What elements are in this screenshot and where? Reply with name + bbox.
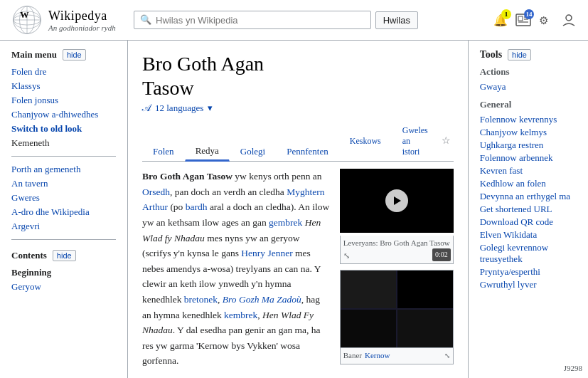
play-button[interactable] — [385, 189, 408, 212]
svg-text:W: W — [20, 10, 29, 20]
tabs-bar: Folen Redya Golegi Pennfenten Keskows Gw… — [142, 120, 454, 162]
footer-id: J9298 — [564, 364, 582, 372]
flag-q1 — [341, 271, 396, 308]
flag-q3 — [341, 310, 396, 347]
tools-general-heading: General — [480, 99, 577, 110]
sidebar-item-folen-dre[interactable]: Folen dre — [11, 65, 116, 79]
tools-link-kevren-fast[interactable]: Kevren fast — [480, 164, 577, 177]
tab-redya[interactable]: Redya — [185, 140, 230, 162]
tab-pennfenten[interactable]: Pennfenten — [276, 141, 338, 162]
tab-golegi[interactable]: Golegi — [230, 141, 276, 162]
gembrek-link[interactable]: gembrek — [269, 217, 302, 228]
article-body: 0:02 Leveryans: Bro Goth Agan Tasow ⤡ — [142, 169, 454, 369]
flag-box — [340, 270, 454, 348]
translate-icon: 𝒜 — [142, 103, 151, 114]
bretonek-link[interactable]: bretonek — [184, 294, 218, 305]
tools-panel: Tools hide Actions Gwaya General Folenno… — [468, 41, 588, 378]
main-layout: Main menu hide Folen dre Klassys Folen j… — [0, 41, 588, 378]
sidebar-divider-2 — [11, 239, 116, 240]
search-button[interactable]: Hwilas — [375, 11, 418, 29]
search-icon: 🔍 — [140, 14, 151, 26]
tab-keskows[interactable]: Keskows — [339, 131, 392, 151]
bardh-link[interactable]: bardh — [186, 201, 208, 212]
site-name: Wikipedya — [48, 9, 116, 23]
image-caption: Baner Kernow ⤡ — [340, 348, 454, 364]
sidebar-item-adro[interactable]: A-dro dhe Wikipedia — [11, 205, 116, 219]
video-wrapper: 0:02 Leveryans: Bro Goth Agan Tasow ⤡ — [340, 169, 454, 264]
watchlist-icon[interactable]: 14 — [515, 12, 531, 28]
logo-text: Wikipedya An godhoniador rydh — [48, 9, 116, 32]
tools-actions-heading: Actions — [480, 66, 577, 78]
image-caption-text: Baner — [343, 350, 362, 362]
orsedh-link[interactable]: Orsedh — [142, 187, 170, 197]
sidebar-item-kemeneth[interactable]: Kemeneth — [11, 136, 116, 150]
main-menu-label: Main menu — [11, 49, 57, 61]
wikipedia-logo: W — [11, 4, 43, 36]
sidebar-item-gweres[interactable]: Gweres — [11, 191, 116, 205]
tools-link-gwaya[interactable]: Gwaya — [480, 80, 577, 93]
notification-icon[interactable]: 🔔 1 — [493, 12, 508, 28]
svg-text:⚙: ⚙ — [539, 15, 548, 26]
header-icons: 🔔 1 14 ⚙ — [493, 12, 577, 28]
user-icon[interactable] — [561, 12, 577, 28]
settings-icon[interactable]: ⚙ — [538, 12, 554, 28]
star-icon[interactable]: ☆ — [439, 130, 454, 151]
tab-folen[interactable]: Folen — [142, 141, 185, 162]
sidebar-item-folen-jonsus[interactable]: Folen jonsus — [11, 93, 116, 107]
sidebar-item-argevri[interactable]: Argevri — [11, 219, 116, 233]
sidebar-item-switch-old-look[interactable]: Switch to old look — [11, 122, 116, 136]
media-container: 0:02 Leveryans: Bro Goth Agan Tasow ⤡ — [340, 169, 454, 364]
watchlist-badge: 14 — [524, 9, 534, 19]
tools-link-gwruthyl[interactable]: Gwruthyl lyver — [480, 278, 577, 291]
tools-link-download-qr[interactable]: Download QR code — [480, 216, 577, 229]
tab-secondary-area: Keskows Gweles an istori ☆ — [339, 120, 454, 161]
logo-area: W Wikipedya An godhoniador rydh — [11, 4, 125, 36]
tools-link-pryntya[interactable]: Pryntya/esperthi — [480, 266, 577, 278]
tools-link-folennow-kevrennys[interactable]: Folennow kevrennys — [480, 113, 577, 126]
svg-point-14 — [566, 15, 572, 21]
flag-q4 — [397, 310, 453, 347]
sidebar-divider-1 — [11, 156, 116, 157]
tools-hide-button[interactable]: hide — [508, 49, 531, 61]
sidebar-item-porth[interactable]: Porth an gemeneth — [11, 162, 116, 177]
article-bold-title: Bro Goth Agan Tasow — [142, 171, 232, 182]
lang-count: 12 languages — [155, 103, 203, 114]
video-duration: 0:02 — [432, 248, 451, 261]
kembrek-link[interactable]: kembrek — [224, 310, 257, 320]
tools-link-folennow-arbennek[interactable]: Folennow arbennek — [480, 152, 577, 164]
sidebar-item-klassys[interactable]: Klassys — [11, 79, 116, 93]
main-content: Bro Goth Agan Tasow 𝒜 12 languages ▾ Fol… — [128, 41, 468, 378]
search-input[interactable] — [156, 15, 365, 26]
main-menu-hide-button[interactable]: hide — [63, 49, 86, 61]
henry-link[interactable]: Henry Jenner — [241, 248, 292, 258]
page-header: W Wikipedya An godhoniador rydh 🔍 Hwilas… — [0, 0, 588, 41]
tools-link-elven-wikidata[interactable]: Elven Wikidata — [480, 229, 577, 241]
video-box[interactable]: 0:02 — [340, 169, 454, 233]
contents-section: Contents hide — [11, 250, 116, 261]
flag-image: Baner Kernow ⤡ — [340, 270, 454, 364]
expand-image-icon[interactable]: ⤡ — [444, 350, 450, 362]
sidebar-item-chanjyow[interactable]: Chanjyow a-dhiwedhes — [11, 107, 116, 122]
tools-link-devynna[interactable]: Devynna an erthygel ma — [480, 190, 577, 203]
tools-link-golegi-kevrennow[interactable]: Golegi kevrennow treusyethek — [480, 241, 577, 266]
sidebar-item-geryow[interactable]: Geryow — [11, 280, 116, 294]
sidebar-item-tavern[interactable]: An tavern — [11, 177, 116, 191]
tools-header: Tools hide — [480, 49, 577, 61]
svg-rect-9 — [518, 16, 523, 21]
main-menu-section: Main menu hide — [11, 49, 116, 61]
bro-gozh-link: Bro Gozh Ma Zadoù — [223, 294, 301, 305]
tools-link-kedhlow[interactable]: Kedhlow an folen — [480, 177, 577, 190]
sidebar-item-beginning[interactable]: Beginning — [11, 266, 116, 280]
tools-link-get-shortened-url[interactable]: Get shortened URL — [480, 203, 577, 216]
language-bar[interactable]: 𝒜 12 languages ▾ — [142, 103, 454, 114]
contents-hide-button[interactable]: hide — [53, 250, 76, 261]
tools-link-chanjyow-kelmys[interactable]: Chanjyow kelmys — [480, 126, 577, 139]
contents-label: Contents — [11, 250, 47, 261]
myghtern-link[interactable]: Myghtern Arthur — [142, 187, 324, 213]
notification-badge: 1 — [501, 9, 511, 19]
expand-icon[interactable]: ⤡ — [343, 251, 350, 260]
tab-gweles-istori[interactable]: Gweles an istori — [392, 120, 439, 162]
kernow-link[interactable]: Kernow — [365, 350, 390, 362]
bro-gozh-a-link[interactable]: Bro Gozh Ma Zadoù — [223, 294, 301, 305]
tools-link-ughkarga[interactable]: Ughkarga restren — [480, 139, 577, 152]
